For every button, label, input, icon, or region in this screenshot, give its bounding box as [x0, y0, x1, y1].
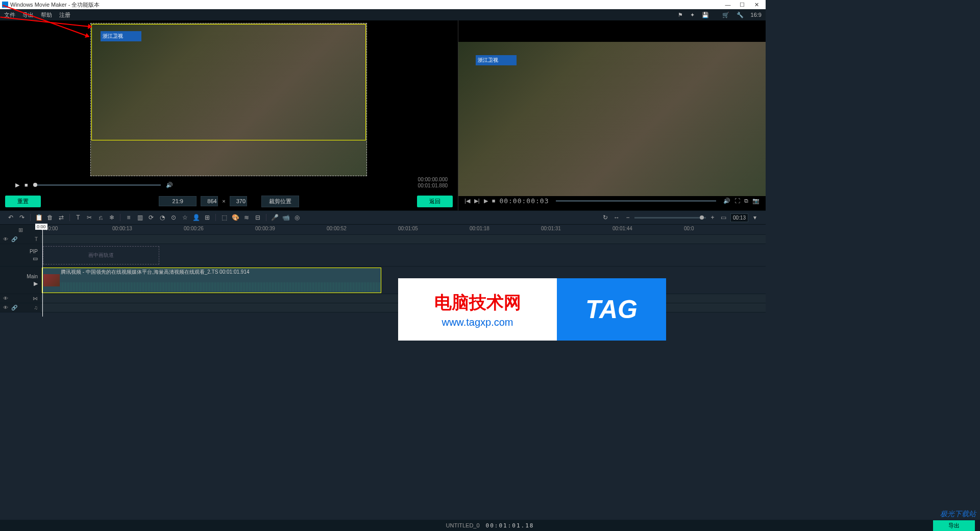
stop-button[interactable]: ■: [24, 182, 28, 188]
zoom-slider[interactable]: [634, 217, 706, 219]
preview-progress-bar[interactable]: [556, 200, 716, 202]
close-button[interactable]: ✕: [749, 2, 764, 8]
audio-visibility-icon[interactable]: 👁: [3, 305, 8, 310]
delete-icon[interactable]: 🗑: [45, 214, 55, 221]
menu-help[interactable]: 帮助: [41, 11, 52, 19]
aspect-ratio-label[interactable]: 16:9: [751, 12, 762, 18]
crop-time-total: 00:01:01.880: [418, 183, 448, 189]
lock-icon[interactable]: 🔗: [11, 236, 17, 242]
preview-play-button[interactable]: ▶: [484, 198, 488, 204]
refresh-icon[interactable]: ↻: [601, 214, 610, 221]
menu-bar: 文件 导出 帮助 注册 ⚑ ✦ 💾 🛒 🔧 16:9: [0, 9, 766, 20]
crop-width-input[interactable]: 864: [201, 196, 218, 206]
minimize-button[interactable]: —: [721, 2, 735, 8]
settings-dropdown-icon[interactable]: ▾: [750, 214, 760, 221]
track-head-pip: PIP ▭: [0, 244, 41, 267]
split-icon[interactable]: ⎌: [96, 214, 105, 221]
link-icon[interactable]: ⇄: [57, 214, 66, 221]
clock-icon[interactable]: ⊙: [169, 214, 178, 221]
fullscreen-icon[interactable]: ⛶: [734, 198, 740, 204]
ruler-tick: 00:01:44: [612, 226, 632, 231]
output-preview-panel: 浙江卫视 |◀ ▶| ▶ ■ 00:00:00:03 🔊 ⛶ ⧉ 📷: [458, 20, 766, 210]
back-button[interactable]: 返回: [417, 196, 453, 207]
reset-button[interactable]: 重置: [5, 196, 41, 207]
copy-icon[interactable]: 📋: [34, 214, 43, 221]
preview-area: 浙江卫视 ▶ ■ 🔊 00:00:00.000 00:01:01.880 重置 …: [0, 20, 766, 210]
track-lanes: 画中画轨道 腾讯视频 - 中国领先的在线视频媒体平台,海量高清视频在线观看_2.…: [41, 235, 766, 312]
ruler-tick: 00:00:52: [327, 226, 347, 231]
crop-time-current: 00:00:00.000: [418, 177, 448, 183]
zoom-time-display: 00:13: [730, 213, 748, 222]
target-icon[interactable]: ◎: [292, 214, 302, 221]
dimension-times: ×: [222, 198, 225, 204]
music-icon: ♫: [34, 305, 38, 310]
track-headers: 👁 🔗 T PIP ▭ Main ▶ 👁 ⋈ 👁 🔗: [0, 235, 41, 312]
playhead[interactable]: [42, 225, 43, 317]
palette-icon[interactable]: 🎨: [231, 214, 240, 221]
main-thumb-icon: ▶: [34, 280, 38, 287]
preview-transport-bar: |◀ ▶| ▶ ■ 00:00:00:03 🔊 ⛶ ⧉ 📷: [458, 195, 766, 206]
timeline-area: ⊞ 0:00:0000:00:1300:00:2600:00:3900:00:5…: [0, 225, 766, 312]
timer-icon[interactable]: ◔: [158, 214, 167, 221]
person-icon[interactable]: 👤: [191, 214, 201, 221]
camera-icon[interactable]: 📹: [281, 214, 290, 221]
cut-icon[interactable]: ✂: [85, 214, 94, 221]
watermark-line2: www.tagxp.com: [442, 317, 513, 328]
mic-icon[interactable]: 🎤: [270, 214, 279, 221]
list-icon[interactable]: ≡: [124, 214, 133, 221]
step-back-button[interactable]: ▶|: [474, 198, 480, 204]
adjust-icon[interactable]: ⊞: [203, 214, 212, 221]
app-name: Windows Movie Maker: [10, 2, 67, 8]
aspect-ratio-select[interactable]: 21:9: [159, 196, 197, 206]
preview-stop-button[interactable]: ■: [492, 198, 496, 204]
effect-star-icon[interactable]: ☆: [180, 214, 189, 221]
track-head-audio: 👁 🔗 ♫: [0, 303, 41, 312]
fit-icon[interactable]: ↔: [612, 214, 621, 221]
text-track-lane[interactable]: [41, 235, 766, 244]
detach-icon[interactable]: ⧉: [744, 198, 748, 204]
snapshot-icon[interactable]: 📷: [752, 198, 760, 204]
undo-icon[interactable]: ↶: [6, 214, 15, 221]
video-clip[interactable]: 腾讯视频 - 中国领先的在线视频媒体平台,海量高清视频在线观看_2.TS 00:…: [42, 268, 381, 293]
menu-register[interactable]: 注册: [59, 11, 70, 19]
flag-icon[interactable]: ⚑: [678, 12, 683, 18]
save-icon[interactable]: 💾: [702, 12, 709, 18]
maximize-button[interactable]: ☐: [735, 2, 749, 8]
pip-track-lane[interactable]: 画中画轨道: [41, 244, 766, 267]
zoom-in-icon[interactable]: +: [708, 214, 717, 221]
crop-icon[interactable]: ⬚: [219, 214, 229, 221]
clip-waveform: [61, 282, 380, 292]
add-track-icon[interactable]: ⊞: [18, 227, 23, 233]
marker-visibility-icon[interactable]: 👁: [3, 296, 8, 301]
track-head-text: 👁 🔗 T: [0, 235, 41, 244]
watermark-tag: TAG: [585, 295, 638, 324]
crop-controls-bar: 重置 21:9 864 × 370 裁剪位置 返回: [0, 195, 458, 208]
crop-bounds-inner[interactable]: [91, 24, 366, 140]
timeline-ruler[interactable]: 0:00:0000:00:1300:00:2600:00:3900:00:520…: [41, 225, 766, 235]
crop-height-input[interactable]: 370: [230, 196, 247, 206]
play-button[interactable]: ▶: [15, 182, 19, 188]
columns-icon[interactable]: ▥: [135, 214, 144, 221]
crop-playback-bar: ▶ ■ 🔊: [0, 180, 458, 190]
freeze-icon[interactable]: ❄: [107, 214, 116, 221]
display-mode-icon[interactable]: ▭: [719, 214, 728, 221]
pip-drop-zone[interactable]: 画中画轨道: [43, 246, 159, 264]
rotate-icon[interactable]: ⟳: [146, 214, 156, 221]
zoom-out-icon[interactable]: −: [623, 214, 632, 221]
volume-icon[interactable]: 🔊: [166, 182, 173, 188]
preview-volume-icon[interactable]: 🔊: [723, 198, 730, 204]
controls-icon[interactable]: ⊟: [253, 214, 262, 221]
text-icon[interactable]: T: [74, 214, 83, 221]
wrench-icon[interactable]: 🔧: [737, 12, 744, 18]
redo-icon[interactable]: ↷: [17, 214, 27, 221]
audio-lock-icon[interactable]: 🔗: [11, 305, 17, 310]
crop-progress-bar[interactable]: [33, 184, 161, 186]
marker-icon: ⋈: [33, 296, 38, 301]
star-icon[interactable]: ✦: [690, 12, 695, 18]
text-track-icon: T: [35, 236, 38, 242]
prev-frame-button[interactable]: |◀: [464, 198, 470, 204]
visibility-icon[interactable]: 👁: [3, 236, 8, 242]
cart-icon[interactable]: 🛒: [722, 12, 729, 18]
crop-position-button[interactable]: 裁剪位置: [261, 196, 299, 207]
equalizer-icon[interactable]: ≋: [242, 214, 251, 221]
